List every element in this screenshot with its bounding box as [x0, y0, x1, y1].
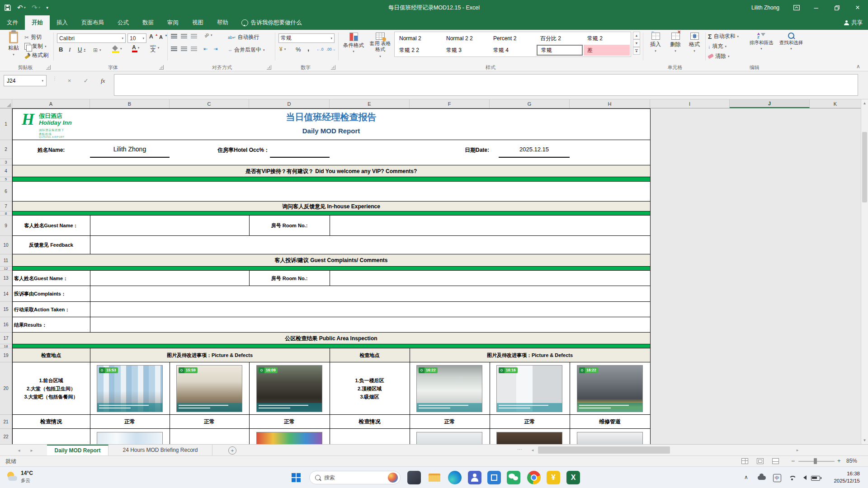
inspection-photo[interactable]: 16:22 — [577, 365, 643, 412]
weather-icon[interactable] — [6, 471, 18, 483]
weather-temperature[interactable]: 14°C — [21, 470, 33, 476]
sheet-tab[interactable]: 24 Hours MOD Briefing Record — [108, 445, 212, 455]
find-select-button[interactable]: 查找和选择▾ — [777, 33, 806, 51]
occupancy-value[interactable] — [270, 139, 330, 159]
align-top-icon[interactable] — [171, 34, 177, 38]
row-header[interactable]: 11 — [0, 254, 12, 267]
scroll-down-icon[interactable]: ▼ — [861, 437, 868, 444]
inspection-photo-clipped[interactable] — [256, 432, 322, 444]
borders-button[interactable]: ⊞▾ — [93, 47, 101, 53]
font-name-combo[interactable]: Calibri▾ — [57, 33, 126, 43]
status-cell[interactable]: 正常 — [490, 415, 570, 429]
column-header-active[interactable]: J — [730, 99, 810, 108]
volume-icon[interactable] — [801, 475, 807, 480]
row-header[interactable]: 21 — [0, 415, 12, 429]
action-taken-row[interactable] — [12, 302, 650, 317]
column-header[interactable]: H — [570, 99, 650, 108]
file-explorer-icon[interactable] — [428, 471, 441, 484]
restore-button[interactable] — [826, 0, 847, 15]
horizontal-scroll-thumb[interactable] — [538, 446, 670, 454]
row-header[interactable]: 8 — [0, 211, 12, 216]
comma-style-icon[interactable]: , — [307, 44, 309, 52]
decrease-indent-icon[interactable]: ⇤ — [203, 46, 208, 52]
row-header[interactable]: 6 — [0, 182, 12, 202]
excel-app-icon[interactable]: X — [566, 471, 580, 484]
taskbar-app-icon[interactable] — [487, 471, 501, 484]
vertical-scroll-thumb[interactable] — [862, 132, 867, 202]
name-value[interactable]: Lilith Zhong — [90, 139, 170, 159]
status-cell[interactable]: 正常 — [90, 415, 170, 429]
row-header[interactable]: 20 — [0, 362, 12, 415]
ime-indicator[interactable]: 中 — [773, 474, 781, 482]
page-break-view-icon[interactable] — [772, 458, 779, 464]
finance-app-icon[interactable]: ¥ — [547, 471, 560, 484]
date-value[interactable]: 2025.12.15 — [499, 139, 570, 159]
autosum-button[interactable]: Σ自动求和▾ — [708, 33, 739, 40]
row-header[interactable]: 13 — [0, 271, 12, 286]
underline-button[interactable]: U▾ — [78, 46, 85, 53]
network-icon[interactable] — [788, 475, 796, 480]
zoom-out-icon[interactable]: − — [791, 457, 795, 465]
gallery-scroll-down-icon[interactable]: ▼ — [633, 39, 640, 47]
sheet-nav-left-icon[interactable]: ◂ — [14, 445, 24, 455]
column-header[interactable]: B — [90, 99, 170, 108]
clock[interactable]: 16:38 2025/12/15 — [834, 470, 860, 484]
new-sheet-button[interactable]: + — [228, 446, 236, 455]
style-chip[interactable]: Normal 2 2 — [443, 33, 489, 44]
row-header[interactable]: 1 — [0, 108, 12, 140]
chrome-icon[interactable] — [527, 471, 541, 484]
weather-description[interactable]: 多云 — [21, 478, 30, 484]
insert-function-icon[interactable]: fx — [101, 77, 105, 84]
row-header[interactable]: 16 — [0, 317, 12, 333]
status-cell[interactable]: 维修管道 — [570, 415, 650, 429]
column-header[interactable]: E — [330, 99, 410, 108]
wrap-text-button[interactable]: ab↵自动换行 — [228, 33, 259, 41]
row-header[interactable]: 2 — [0, 140, 12, 159]
undo-button[interactable]: ↶▾ — [17, 4, 25, 12]
tab-page-layout[interactable]: 页面布局 — [75, 15, 111, 30]
namebox-splitter[interactable]: ⋮ — [52, 76, 57, 81]
merge-center-button[interactable]: ⇔合并后居中▾ — [228, 46, 265, 54]
tab-review[interactable]: 审阅 — [160, 15, 185, 30]
enter-icon[interactable]: ✓ — [84, 77, 89, 84]
sheet-nav-right-icon[interactable]: ▸ — [26, 445, 37, 455]
increase-indent-icon[interactable]: ⇥ — [213, 46, 217, 52]
font-size-combo[interactable]: 10▾ — [127, 33, 146, 43]
battery-icon[interactable] — [811, 476, 820, 481]
row-header[interactable]: 22 — [0, 429, 12, 444]
tell-me-box[interactable]: 告诉我你想要做什么 — [235, 15, 308, 30]
column-header[interactable]: D — [249, 99, 330, 108]
row-header[interactable]: 12 — [0, 267, 12, 271]
style-chip-selected[interactable]: 常规 — [537, 45, 583, 56]
tab-home[interactable]: 开始 — [25, 15, 50, 30]
font-color-button[interactable]: A▾ — [132, 45, 139, 50]
style-chip[interactable]: 常规 4 — [490, 45, 536, 56]
inspection-photo-clipped[interactable] — [496, 432, 562, 444]
insert-cells-button[interactable]: 插入▾ — [646, 33, 665, 53]
hscroll-left-icon[interactable]: ◂ — [527, 445, 538, 455]
align-center-icon[interactable] — [181, 47, 187, 51]
formula-input[interactable] — [114, 74, 858, 96]
inspection-photo[interactable]: 16:09 — [256, 365, 322, 412]
status-cell[interactable]: 正常 — [249, 415, 330, 429]
scroll-up-icon[interactable]: ▲ — [861, 100, 868, 107]
taskbar-search[interactable]: 搜索 — [309, 471, 401, 484]
clear-button[interactable]: 清除▾ — [708, 52, 730, 60]
tab-formulas[interactable]: 公式 — [111, 15, 136, 30]
gallery-scroll-up-icon[interactable]: ▲ — [633, 32, 640, 39]
column-header[interactable]: C — [170, 99, 249, 108]
inspection-photo[interactable]: 15:59 — [176, 365, 242, 412]
hidden-icons-chevron[interactable]: ∧ — [744, 474, 748, 480]
inspection-photo[interactable]: 16:16 — [496, 365, 562, 412]
paste-button[interactable]: 粘贴▾ — [4, 32, 24, 56]
format-cells-button[interactable]: 格式▾ — [685, 33, 703, 53]
font-dialog-launcher-icon[interactable] — [159, 65, 164, 70]
row-header[interactable]: 10 — [0, 236, 12, 254]
style-chip[interactable]: 常规 2 — [584, 33, 630, 44]
vertical-scrollbar[interactable]: ▲ ▼ — [861, 99, 868, 444]
align-middle-icon[interactable] — [181, 34, 187, 38]
number-dialog-launcher-icon[interactable] — [331, 65, 335, 70]
style-chip[interactable]: 百分比 2 — [537, 33, 583, 44]
row-header[interactable]: 5 — [0, 177, 12, 182]
alignment-dialog-launcher-icon[interactable] — [267, 65, 271, 70]
